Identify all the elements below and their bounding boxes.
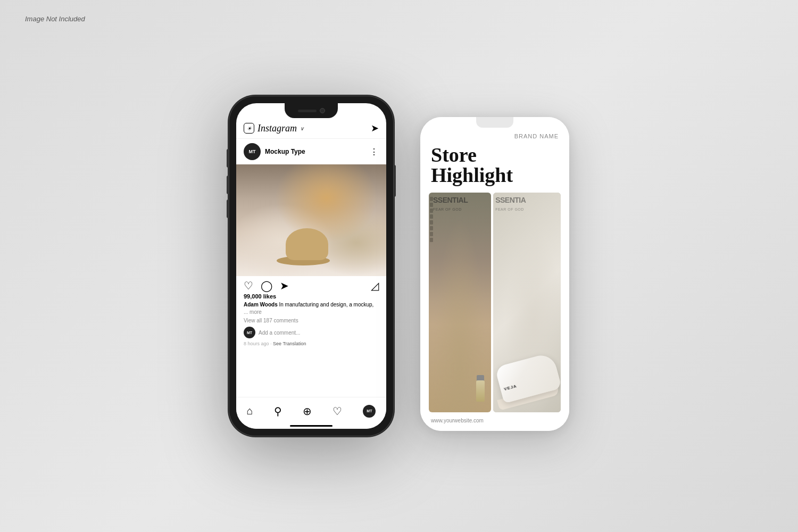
reels-nav-icon[interactable]: ♡ bbox=[332, 405, 342, 418]
heart-icon[interactable]: ♡ bbox=[244, 280, 253, 291]
notch-camera bbox=[320, 108, 325, 113]
story-title: Store Highlight bbox=[431, 145, 559, 185]
post-header: MT Mockup Type ⋮ bbox=[236, 139, 386, 164]
profile-nav-avatar[interactable]: MT bbox=[363, 405, 376, 418]
create-nav-icon[interactable]: ⊕ bbox=[303, 405, 312, 418]
view-comments-link[interactable]: View all 187 comments bbox=[236, 318, 386, 325]
phone-notch bbox=[285, 103, 338, 118]
comment-avatar: MT bbox=[244, 327, 255, 338]
notch-speaker bbox=[298, 110, 317, 112]
story-images-grid: SSENTIAL FEAR OF GOD SSENTIA FEAR OF GOD… bbox=[429, 193, 561, 412]
chevron-down-icon: ∨ bbox=[300, 126, 304, 131]
save-icon[interactable]: ◿ bbox=[371, 280, 379, 291]
search-nav-icon[interactable]: ⚲ bbox=[274, 405, 282, 418]
bottom-navigation: ⌂ ⚲ ⊕ ♡ MT bbox=[236, 397, 386, 429]
story-headline: Store Highlight bbox=[420, 145, 569, 193]
home-indicator-bar bbox=[290, 425, 332, 427]
caption-more[interactable]: ... more bbox=[244, 309, 262, 315]
likes-count: 99,000 likes bbox=[236, 293, 386, 301]
story-content: Brand Name Store Highlight bbox=[420, 117, 569, 431]
kappa-stripe-7 bbox=[430, 232, 433, 236]
kappa-stripe-5 bbox=[430, 220, 433, 225]
more-options-icon[interactable]: ⋮ bbox=[370, 147, 379, 157]
story-left-image: SSENTIAL FEAR OF GOD bbox=[429, 193, 491, 412]
camera-icon: ☀ bbox=[244, 123, 254, 134]
caption-body: In manufacturing and design, a mockup, bbox=[279, 302, 374, 307]
add-comment-row: MT Add a comment... bbox=[236, 325, 386, 340]
post-username: Mockup Type bbox=[265, 148, 370, 155]
kappa-stripe-6 bbox=[430, 226, 433, 230]
share-icon[interactable]: ➤ bbox=[280, 280, 289, 291]
left-actions: ♡ ◯ ➤ bbox=[244, 280, 289, 291]
instagram-logo: ☀ Instagram ∨ bbox=[244, 123, 304, 134]
kappa-stripe-4 bbox=[430, 214, 433, 219]
fear-of-god-left: FEAR OF GOD bbox=[433, 207, 462, 211]
see-translation-link[interactable]: See Translation bbox=[273, 341, 306, 346]
essentials-text-right: SSENTIA bbox=[495, 196, 526, 204]
mockup-scene: ☀ Instagram ∨ ➤ MT Mockup Type ⋮ bbox=[229, 96, 569, 436]
perfume-bottle bbox=[476, 380, 485, 402]
phone-2-notch bbox=[476, 117, 513, 128]
phone-1-body: ☀ Instagram ∨ ➤ MT Mockup Type ⋮ bbox=[229, 96, 394, 436]
essentials-text-left: SSENTIAL bbox=[433, 196, 468, 204]
story-website-url: www.yourwebsite.com bbox=[420, 412, 569, 431]
comment-input[interactable]: Add a comment... bbox=[259, 330, 379, 336]
fear-of-god-right: FEAR OF GOD bbox=[495, 207, 524, 211]
post-avatar: MT bbox=[244, 143, 261, 160]
phone-2-wrapper: Brand Name Store Highlight bbox=[420, 117, 569, 431]
caption-username: Adam Woods bbox=[244, 302, 278, 307]
story-brand-name: Brand Name bbox=[431, 133, 559, 139]
post-caption: Adam Woods In manufacturing and design, … bbox=[236, 301, 386, 318]
post-image bbox=[236, 164, 386, 276]
home-nav-icon[interactable]: ⌂ bbox=[247, 405, 253, 417]
watermark-label: Image Not Included bbox=[25, 15, 85, 23]
phone-1-wrapper: ☀ Instagram ∨ ➤ MT Mockup Type ⋮ bbox=[229, 96, 394, 436]
instagram-logo-text: Instagram bbox=[257, 123, 297, 134]
comment-icon[interactable]: ◯ bbox=[261, 280, 272, 291]
post-actions: ♡ ◯ ➤ ◿ bbox=[236, 276, 386, 293]
phone-2-body: Brand Name Store Highlight bbox=[420, 117, 569, 431]
dm-icon[interactable]: ➤ bbox=[371, 122, 379, 134]
hat-shape bbox=[286, 228, 328, 260]
story-right-image: SSENTIA FEAR OF GOD VEJA bbox=[493, 193, 561, 412]
kappa-stripe-8 bbox=[430, 238, 433, 242]
kappa-stripes bbox=[429, 193, 434, 412]
phone-1-screen: ☀ Instagram ∨ ➤ MT Mockup Type ⋮ bbox=[236, 103, 386, 429]
post-timestamp: 8 hours ago · See Translation bbox=[236, 340, 386, 348]
